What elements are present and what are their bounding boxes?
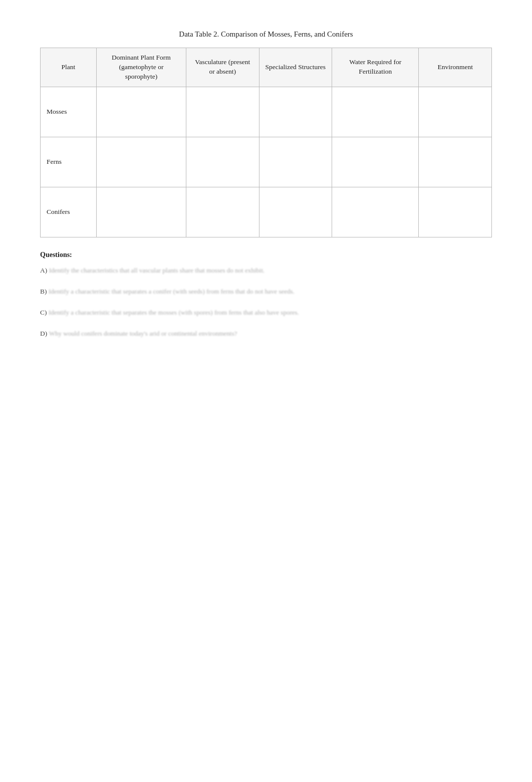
cell-plant-1: Ferns [41, 137, 97, 187]
cell-specialized-2 [259, 187, 332, 237]
question-item-1: B) Identify a characteristic that separa… [40, 286, 492, 298]
cell-environment-2 [419, 187, 492, 237]
header-water: Water Required for Fertilization [332, 48, 419, 87]
question-item-3: D) Why would conifers dominate today's a… [40, 328, 492, 340]
cell-water-2 [332, 187, 419, 237]
cell-water-0 [332, 87, 419, 137]
cell-dominant-2 [96, 187, 186, 237]
cell-specialized-0 [259, 87, 332, 137]
cell-water-1 [332, 137, 419, 187]
table-row: Mosses [41, 87, 492, 137]
cell-plant-2: Conifers [41, 187, 97, 237]
cell-vasculature-2 [186, 187, 259, 237]
cell-specialized-1 [259, 137, 332, 187]
cell-dominant-0 [96, 87, 186, 137]
header-dominant: Dominant Plant Form (gametophyte or spor… [96, 48, 186, 87]
cell-environment-1 [419, 137, 492, 187]
page-title: Data Table 2. Comparison of Mosses, Fern… [40, 30, 492, 39]
questions-label: Questions: [40, 249, 492, 260]
table-row: Conifers [41, 187, 492, 237]
cell-plant-0: Mosses [41, 87, 97, 137]
cell-vasculature-1 [186, 137, 259, 187]
cell-dominant-1 [96, 137, 186, 187]
question-item-2: C) Identify a characteristic that separa… [40, 307, 492, 319]
header-plant: Plant [41, 48, 97, 87]
header-environment: Environment [419, 48, 492, 87]
comparison-table: Plant Dominant Plant Form (gametophyte o… [40, 48, 492, 237]
cell-vasculature-0 [186, 87, 259, 137]
header-vasculature: Vasculature (present or absent) [186, 48, 259, 87]
table-row: Ferns [41, 137, 492, 187]
cell-environment-0 [419, 87, 492, 137]
header-specialized: Specialized Structures [259, 48, 332, 87]
question-item-0: A) Identify the characteristics that all… [40, 265, 492, 277]
questions-section: Questions: A) Identify the characteristi… [40, 249, 492, 340]
